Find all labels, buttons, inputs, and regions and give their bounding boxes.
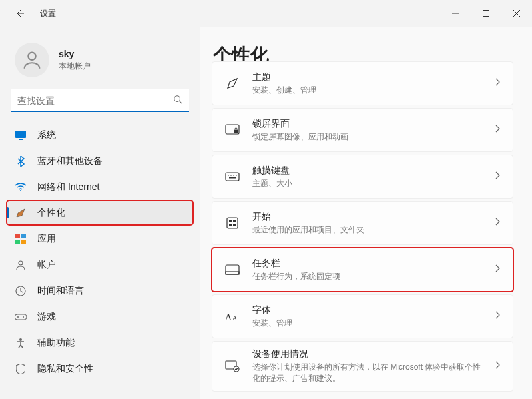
setting-title: 锁屏界面 — [252, 118, 482, 130]
theme-icon — [224, 75, 240, 91]
taskbar-icon — [224, 262, 240, 278]
setting-desc: 锁定屏幕图像、应用和动画 — [252, 131, 482, 143]
sidebar-item-bluetooth[interactable]: 蓝牙和其他设备 — [7, 149, 193, 173]
sidebar-item-label: 帐户 — [37, 259, 56, 271]
user-name: sky — [59, 49, 91, 59]
titlebar-left: 设置 — [12, 5, 56, 21]
sidebar-item-time-language[interactable]: 时间和语言 — [7, 278, 193, 303]
bluetooth-icon — [15, 155, 27, 167]
setting-item-touch-keyboard[interactable]: 触摸键盘 主题、大小 — [212, 155, 513, 199]
setting-title: 开始 — [252, 211, 482, 223]
setting-text: 锁屏界面 锁定屏幕图像、应用和动画 — [252, 118, 482, 143]
setting-text: 任务栏 任务栏行为，系统固定项 — [252, 258, 482, 282]
search-icon — [173, 95, 182, 107]
sidebar-item-privacy[interactable]: 隐私和安全性 — [7, 356, 193, 381]
svg-point-5 — [20, 190, 21, 191]
svg-rect-24 — [227, 218, 238, 228]
svg-rect-12 — [15, 314, 27, 320]
svg-rect-26 — [233, 220, 236, 222]
chevron-right-icon — [494, 171, 501, 183]
minimize-button[interactable] — [440, 0, 471, 27]
svg-point-2 — [174, 95, 180, 101]
person-icon — [21, 49, 43, 71]
window-controls — [440, 0, 532, 27]
time-language-icon — [15, 285, 27, 297]
svg-point-14 — [23, 316, 24, 318]
sidebar-item-label: 辅助功能 — [37, 337, 75, 349]
chevron-right-icon — [494, 217, 501, 229]
sidebar-item-network[interactable]: 网络和 Internet — [7, 175, 193, 199]
setting-text: 开始 最近使用的应用和项目、文件夹 — [252, 211, 482, 236]
back-icon — [15, 8, 25, 19]
svg-point-20 — [230, 175, 232, 176]
setting-desc: 主题、大小 — [252, 178, 482, 189]
setting-text: 主题 安装、创建、管理 — [252, 71, 482, 96]
setting-item-lockscreen[interactable]: 锁屏界面 锁定屏幕图像、应用和动画 — [212, 108, 513, 152]
chevron-right-icon — [494, 264, 501, 276]
titlebar: 设置 — [0, 0, 532, 27]
setting-item-start[interactable]: 开始 最近使用的应用和项目、文件夹 — [212, 201, 513, 245]
svg-rect-9 — [21, 240, 26, 244]
svg-rect-8 — [15, 240, 20, 244]
setting-item-taskbar[interactable]: 任务栏 任务栏行为，系统固定项 — [212, 248, 513, 292]
setting-title: 触摸键盘 — [252, 165, 482, 177]
close-icon — [513, 10, 520, 17]
wifi-icon — [15, 181, 27, 193]
svg-rect-23 — [229, 177, 236, 179]
sidebar-item-label: 时间和语言 — [37, 285, 84, 297]
sidebar-item-label: 个性化 — [37, 207, 65, 219]
sidebar: sky 本地帐户 系统 蓝牙和其他设备 网络和 Internet — [0, 27, 200, 399]
svg-rect-0 — [483, 11, 489, 17]
sidebar-item-label: 网络和 Internet — [37, 181, 99, 193]
svg-point-10 — [19, 261, 23, 265]
svg-rect-29 — [226, 265, 239, 274]
svg-rect-18 — [226, 173, 239, 181]
sidebar-item-accounts[interactable]: 帐户 — [7, 252, 193, 277]
device-usage-icon — [224, 358, 240, 374]
svg-point-22 — [236, 175, 237, 176]
system-icon — [15, 129, 27, 141]
keyboard-icon — [224, 169, 240, 185]
sidebar-item-system[interactable]: 系统 — [7, 123, 193, 147]
svg-point-13 — [17, 316, 19, 318]
user-account-type: 本地帐户 — [59, 61, 91, 72]
gaming-icon — [15, 311, 27, 323]
svg-rect-7 — [21, 234, 26, 238]
sidebar-item-gaming[interactable]: 游戏 — [7, 304, 193, 329]
svg-rect-28 — [233, 224, 236, 226]
svg-point-21 — [233, 175, 234, 176]
maximize-button[interactable] — [471, 0, 501, 27]
setting-title: 任务栏 — [252, 258, 482, 270]
sidebar-item-accessibility[interactable]: 辅助功能 — [7, 330, 193, 355]
sidebar-item-personalization[interactable]: 个性化 — [7, 200, 193, 225]
svg-rect-17 — [234, 130, 238, 133]
sidebar-item-label: 系统 — [37, 129, 56, 141]
svg-rect-30 — [226, 272, 239, 274]
svg-rect-25 — [229, 220, 232, 222]
search-box[interactable] — [11, 89, 189, 112]
close-button[interactable] — [501, 0, 532, 27]
setting-item-device-usage[interactable]: 设备使用情况 选择你计划使用设备的所有方法，以在 Microsoft 体验中获取… — [212, 341, 513, 392]
personalization-icon — [15, 207, 27, 219]
search-input[interactable] — [17, 95, 173, 106]
privacy-icon — [15, 363, 27, 375]
setting-item-fonts[interactable]: AA 字体 安装、管理 — [212, 294, 513, 338]
content: sky 本地帐户 系统 蓝牙和其他设备 网络和 Internet — [0, 27, 532, 399]
setting-desc: 最近使用的应用和项目、文件夹 — [252, 224, 482, 236]
minimize-icon — [452, 10, 459, 17]
setting-item-theme[interactable]: 主题 安装、创建、管理 — [212, 61, 513, 105]
back-button[interactable] — [12, 5, 28, 21]
accounts-icon — [15, 259, 27, 271]
setting-title: 主题 — [252, 71, 482, 83]
chevron-right-icon — [494, 124, 501, 136]
setting-title: 字体 — [252, 304, 482, 316]
setting-text: 触摸键盘 主题、大小 — [252, 165, 482, 189]
setting-desc: 安装、创建、管理 — [252, 85, 482, 96]
user-section[interactable]: sky 本地帐户 — [7, 37, 193, 89]
chevron-right-icon — [494, 77, 501, 89]
svg-text:A: A — [225, 312, 232, 322]
chevron-right-icon — [494, 360, 501, 372]
sidebar-item-apps[interactable]: 应用 — [7, 226, 193, 251]
sidebar-item-label: 蓝牙和其他设备 — [37, 155, 103, 167]
svg-text:A: A — [232, 314, 238, 322]
